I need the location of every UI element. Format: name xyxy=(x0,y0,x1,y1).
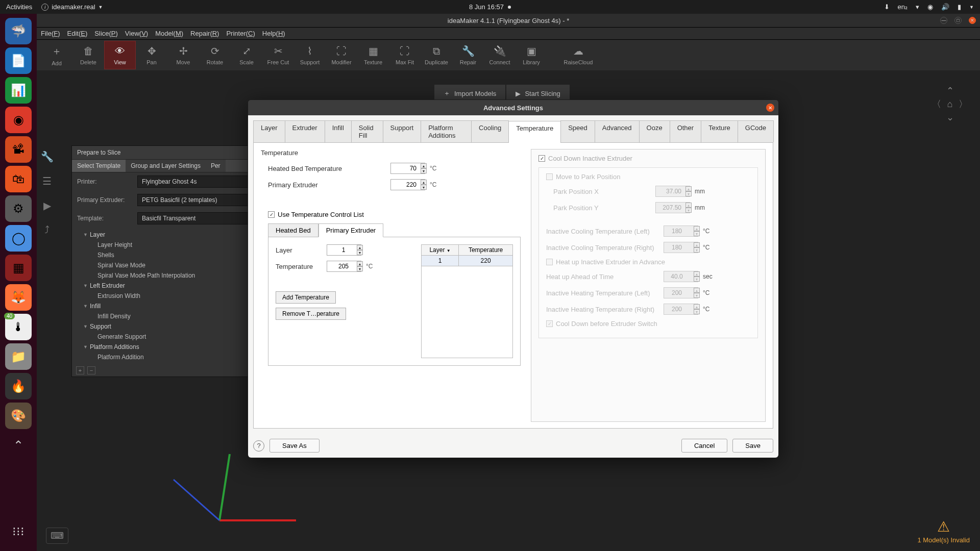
network-icon[interactable]: ▾ xyxy=(916,3,919,11)
tool-scale[interactable]: ⤢Scale xyxy=(231,41,262,69)
tool-pan[interactable]: ✥Pan xyxy=(136,41,167,69)
menu-slice[interactable]: Slice(P) xyxy=(94,30,118,37)
list-icon[interactable]: ☰ xyxy=(42,175,52,187)
tab-speed[interactable]: Speed xyxy=(560,120,595,142)
dock-wireshark[interactable]: 🦈 xyxy=(5,18,32,44)
tool-move[interactable]: ✢Move xyxy=(167,41,199,69)
tree-add-button[interactable]: + xyxy=(76,366,84,374)
table-row[interactable]: 1220 xyxy=(422,256,513,266)
tab-cooling[interactable]: Cooling xyxy=(471,120,509,142)
add-temperature-button[interactable]: Add Temperature xyxy=(276,291,336,304)
activities-button[interactable]: Activities xyxy=(6,3,32,11)
wrench-icon[interactable]: 🔧 xyxy=(41,151,54,163)
nav-left[interactable]: 〈 xyxy=(930,97,943,111)
tab-ooze[interactable]: Ooze xyxy=(639,120,670,142)
temp-input[interactable] xyxy=(327,261,361,272)
menu-model[interactable]: Model(M) xyxy=(155,30,183,37)
primary-ext-input[interactable] xyxy=(390,179,425,190)
wifi-icon[interactable]: ◉ xyxy=(927,3,933,11)
menu-printer[interactable]: Printer(C) xyxy=(226,30,255,37)
dock-files[interactable]: 📁 xyxy=(5,343,32,370)
tree-layer-height[interactable]: Layer Height xyxy=(72,240,260,250)
upload-icon[interactable]: ⤴ xyxy=(44,224,50,236)
table-empty-area[interactable] xyxy=(421,266,513,358)
tab-texture[interactable]: Texture xyxy=(701,120,738,142)
nav-home[interactable]: ⌂ xyxy=(943,97,957,111)
tree-extrusion-width[interactable]: Extrusion Width xyxy=(72,291,260,301)
tool-view[interactable]: 👁View xyxy=(104,41,136,69)
tree-infill[interactable]: ▼Infill xyxy=(72,301,260,311)
tab-advanced[interactable]: Advanced xyxy=(595,120,640,142)
remove-temperature-button[interactable]: Remove T…perature xyxy=(276,308,346,320)
tree-spiral-interp[interactable]: Spiral Vase Mode Path Interpolation xyxy=(72,270,260,281)
inner-tab-heated-bed[interactable]: Heated Bed xyxy=(268,223,318,237)
tool-duplicate[interactable]: ⧉Duplicate xyxy=(421,41,452,69)
tab-platform[interactable]: Platform Additions xyxy=(421,120,472,142)
inner-tab-primary-ext[interactable]: Primary Extruder xyxy=(318,223,384,237)
tree-shells[interactable]: Shells xyxy=(72,250,260,260)
spin-down-icon[interactable]: ▼ xyxy=(421,168,427,173)
tool-support[interactable]: ⌇Support xyxy=(294,41,326,69)
menu-view[interactable]: View(V) xyxy=(125,30,148,37)
tree-support[interactable]: ▼Support xyxy=(72,321,260,332)
tool-rotate[interactable]: ⟳Rotate xyxy=(199,41,231,69)
tool-texture[interactable]: ▦Texture xyxy=(357,41,389,69)
maximize-button[interactable]: □ xyxy=(954,17,962,24)
table-header-layer[interactable]: Layer ▼ xyxy=(422,245,459,256)
tab-solidfill[interactable]: Solid Fill xyxy=(351,120,383,142)
tool-connect[interactable]: 🔌Connect xyxy=(484,41,516,69)
clock[interactable]: 8 Jun 16:57 xyxy=(469,3,511,11)
menu-help[interactable]: Help(H) xyxy=(262,30,285,37)
tree-left-extruder[interactable]: ▼Left Extruder xyxy=(72,281,260,291)
dock-impress[interactable]: 📽 xyxy=(5,136,32,163)
dock-firefox[interactable]: 🦊 xyxy=(5,284,32,311)
printer-select[interactable]: Flyingbear Ghost 4s xyxy=(137,176,255,188)
tool-modifier[interactable]: ⛶Modifier xyxy=(326,41,357,69)
language-indicator[interactable]: en₂ xyxy=(898,3,908,11)
play-circle-icon[interactable]: ▶ xyxy=(43,199,51,212)
nav-right[interactable]: 〉 xyxy=(957,97,970,111)
dock-writer[interactable]: 📄 xyxy=(5,47,32,74)
tab-gcode[interactable]: GCode xyxy=(738,120,774,142)
menu-file[interactable]: File(F) xyxy=(41,30,60,37)
dock-settings[interactable]: ⚙ xyxy=(5,195,32,222)
spin-up-icon[interactable]: ▲ xyxy=(421,163,427,168)
tree-remove-button[interactable]: − xyxy=(87,366,95,374)
layer-input[interactable] xyxy=(327,244,361,256)
tab-support[interactable]: Support xyxy=(383,120,422,142)
dock-app2[interactable]: ▦ xyxy=(5,255,32,281)
help-button[interactable]: ? xyxy=(253,440,264,452)
dock-more[interactable]: ⌃ xyxy=(5,432,32,459)
tree-spiral[interactable]: Spiral Vase Mode xyxy=(72,260,260,270)
tree-layer[interactable]: ▼Layer xyxy=(72,230,260,240)
prepare-tab-per[interactable]: Per xyxy=(206,160,226,172)
spin-down-icon[interactable]: ▼ xyxy=(357,250,363,255)
tool-delete[interactable]: 🗑Delete xyxy=(72,41,104,69)
tree-infill-density[interactable]: Infill Density xyxy=(72,311,260,321)
cool-down-checkbox[interactable]: ✓ xyxy=(538,155,545,162)
cancel-button[interactable]: Cancel xyxy=(681,439,727,453)
dialog-close-button[interactable]: ✕ xyxy=(766,104,774,112)
tree-platform-add[interactable]: Platform Addition xyxy=(72,352,260,362)
tab-extruder[interactable]: Extruder xyxy=(285,120,325,142)
tree-gen-support[interactable]: Generate Support xyxy=(72,332,260,342)
close-button[interactable]: ✕ xyxy=(969,17,976,24)
tool-repair[interactable]: 🔧Repair xyxy=(452,41,484,69)
extruder-select[interactable]: PETG Basicfil (2 templates) xyxy=(137,194,255,206)
dock-apps-grid[interactable]: ⁝⁝⁝ xyxy=(5,518,32,545)
spin-up-icon[interactable]: ▲ xyxy=(357,245,363,250)
chevron-down-icon[interactable]: ▼ xyxy=(969,5,974,10)
spin-down-icon[interactable]: ▼ xyxy=(357,266,363,271)
volume-icon[interactable]: 🔊 xyxy=(941,3,949,11)
tool-freecut[interactable]: ✂Free Cut xyxy=(262,41,294,69)
dock-app4[interactable]: 🔥 xyxy=(5,373,32,399)
keyboard-indicator[interactable]: ⌨ xyxy=(46,528,68,544)
tool-raisecloud[interactable]: ☁RaiseCloud xyxy=(562,41,594,69)
menu-edit[interactable]: Edit(E) xyxy=(67,30,88,37)
tab-temperature[interactable]: Temperature xyxy=(508,121,561,143)
dock-gimp[interactable]: 🎨 xyxy=(5,403,32,429)
spin-up-icon[interactable]: ▲ xyxy=(357,261,363,266)
dock-app3[interactable]: 40🌡 xyxy=(5,314,32,340)
table-header-temp[interactable]: Temperature xyxy=(459,245,513,256)
menu-repair[interactable]: Repair(R) xyxy=(190,30,219,37)
